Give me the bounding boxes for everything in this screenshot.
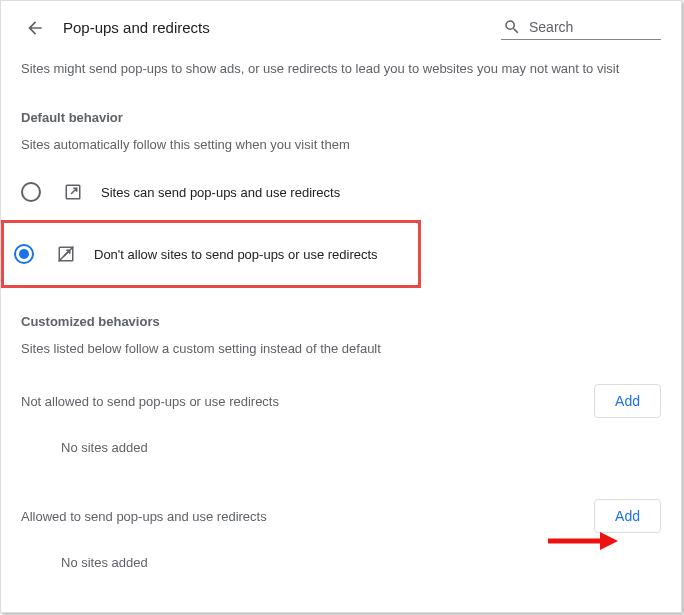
annotation-highlight-box: Don't allow sites to send pop-ups or use… [1, 220, 421, 288]
not-allowed-title: Not allowed to send pop-ups or use redir… [21, 394, 279, 409]
page-title: Pop-ups and redirects [63, 19, 501, 36]
allowed-empty: No sites added [21, 555, 661, 570]
allowed-title: Allowed to send pop-ups and use redirect… [21, 509, 267, 524]
radio-option-label: Sites can send pop-ups and use redirects [101, 185, 340, 200]
radio-icon [21, 182, 41, 202]
search-input[interactable] [529, 19, 649, 35]
radio-icon [14, 244, 34, 264]
radio-option-allow[interactable]: Sites can send pop-ups and use redirects [11, 168, 661, 216]
default-behavior-title: Default behavior [21, 110, 661, 125]
search-field[interactable] [501, 15, 661, 40]
radio-option-block[interactable]: Don't allow sites to send pop-ups or use… [4, 223, 418, 285]
add-not-allowed-button[interactable]: Add [594, 384, 661, 418]
back-arrow-icon[interactable] [25, 18, 45, 38]
radio-option-label: Don't allow sites to send pop-ups or use… [94, 247, 378, 262]
not-allowed-empty: No sites added [21, 440, 661, 455]
add-allowed-button[interactable]: Add [594, 499, 661, 533]
search-icon [503, 18, 521, 36]
popup-block-icon [56, 244, 76, 264]
default-behavior-subtitle: Sites automatically follow this setting … [21, 137, 661, 152]
customized-subtitle: Sites listed below follow a custom setti… [21, 341, 661, 356]
svg-line-2 [59, 247, 74, 262]
customized-title: Customized behaviors [21, 314, 661, 329]
popup-allow-icon [63, 182, 83, 202]
page-description: Sites might send pop-ups to show ads, or… [21, 60, 661, 78]
